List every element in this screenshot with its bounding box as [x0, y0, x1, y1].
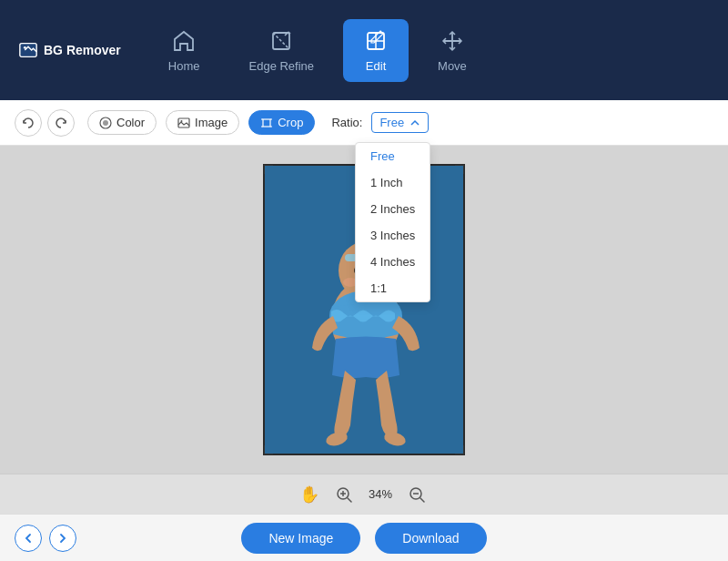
- zoom-bar: ✋ 34%: [0, 474, 728, 514]
- undo-button[interactable]: [15, 109, 42, 137]
- svg-point-6: [103, 120, 108, 126]
- image-button[interactable]: Image: [166, 110, 239, 135]
- image-icon: [177, 117, 190, 129]
- prev-button[interactable]: [15, 525, 42, 552]
- undo-icon: [21, 116, 35, 130]
- main-content: Color Image Crop Ratio: Free: [0, 100, 728, 561]
- nav-item-edit[interactable]: Edit: [343, 19, 409, 82]
- footer-nav: [15, 525, 76, 552]
- color-button[interactable]: Color: [87, 110, 157, 135]
- home-icon: [171, 28, 197, 54]
- svg-rect-9: [263, 119, 270, 127]
- ratio-label: Ratio:: [331, 116, 362, 129]
- header: BG Remover Home Edge Refine Edit Move: [0, 0, 728, 100]
- nav-item-edge-refine[interactable]: Edge Refine: [229, 19, 335, 82]
- zoom-in-button[interactable]: [332, 483, 356, 506]
- ratio-option-1inch[interactable]: 1 Inch: [356, 169, 430, 196]
- nav-edge-refine-label: Edge Refine: [249, 59, 315, 73]
- nav-item-move[interactable]: Move: [418, 19, 487, 82]
- ratio-option-3inches[interactable]: 3 Inches: [356, 222, 430, 249]
- hand-tool-icon[interactable]: ✋: [299, 484, 319, 505]
- download-button[interactable]: Download: [375, 523, 486, 554]
- ratio-dropdown: Free 1 Inch 2 Inches 3 Inches 4 Inches 1…: [355, 142, 430, 302]
- redo-button[interactable]: [47, 109, 75, 137]
- ratio-option-2inches[interactable]: 2 Inches: [356, 196, 430, 222]
- redo-icon: [54, 116, 68, 130]
- edge-refine-icon: [268, 28, 294, 54]
- color-icon: [99, 117, 112, 129]
- zoom-out-button[interactable]: [405, 483, 429, 506]
- chevron-left-icon: [23, 533, 34, 544]
- app-logo-icon: [18, 40, 38, 60]
- ratio-option-4inches[interactable]: 4 Inches: [356, 249, 430, 275]
- color-label: Color: [116, 116, 145, 129]
- app-title: BG Remover: [44, 43, 121, 57]
- new-image-button[interactable]: New Image: [241, 523, 360, 554]
- footer: New Image Download: [0, 514, 728, 561]
- zoom-out-icon: [409, 486, 425, 503]
- crop-label: Crop: [278, 116, 303, 129]
- crop-button[interactable]: Crop: [248, 110, 315, 135]
- zoom-percent: 34%: [369, 487, 392, 501]
- chevron-up-icon: [410, 117, 420, 128]
- ratio-option-1-1[interactable]: 1:1: [356, 275, 430, 301]
- toolbar: Color Image Crop Ratio: Free: [0, 100, 728, 146]
- zoom-in-icon: [336, 486, 352, 503]
- nav-edit-label: Edit: [366, 59, 386, 73]
- image-label: Image: [195, 116, 228, 129]
- undo-redo-group: [15, 109, 75, 137]
- next-button[interactable]: [49, 525, 76, 552]
- svg-point-2: [24, 46, 26, 49]
- nav-move-label: Move: [438, 59, 467, 73]
- ratio-selected-value: Free: [379, 116, 404, 129]
- edit-icon: [363, 28, 389, 54]
- nav-home-label: Home: [168, 59, 200, 73]
- ratio-option-free[interactable]: Free: [356, 143, 430, 169]
- svg-point-8: [181, 120, 183, 122]
- move-icon: [440, 28, 465, 54]
- chevron-right-icon: [57, 533, 68, 544]
- app-logo: BG Remover: [18, 40, 121, 60]
- ratio-select[interactable]: Free: [371, 112, 429, 133]
- nav-item-home[interactable]: Home: [148, 19, 220, 82]
- crop-icon: [260, 117, 273, 129]
